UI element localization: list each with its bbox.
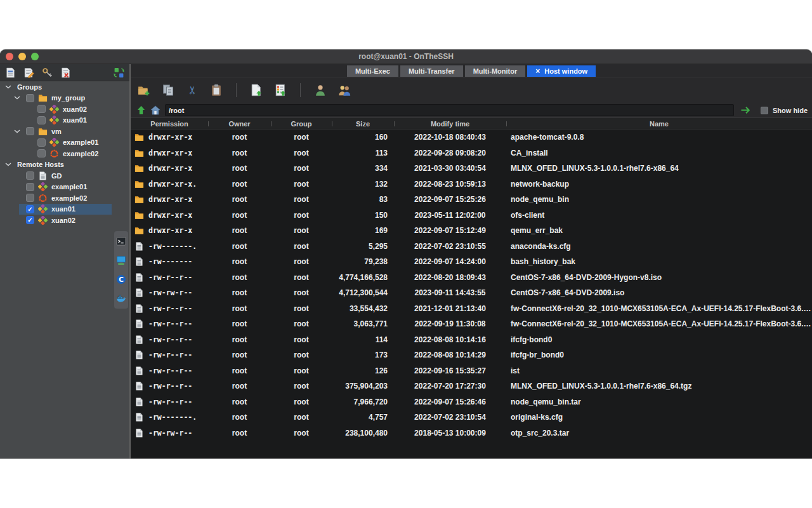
table-row[interactable]: -rw-rw-r--rootroot238,100,4802018-05-13 … (131, 425, 812, 441)
host-checkbox[interactable] (26, 171, 34, 180)
column-header-size[interactable]: Size (332, 120, 394, 128)
cell-owner: root (208, 211, 271, 220)
table-row[interactable]: drwxr-xr-x.rootroot1322022-08-23 10:59:1… (131, 177, 812, 192)
go-button[interactable] (740, 106, 751, 114)
column-header-name[interactable]: Name (506, 120, 812, 128)
table-row[interactable]: -rw-r--r--rootroot1142022-08-08 10:14:16… (131, 332, 812, 348)
chevron-down-icon[interactable] (14, 129, 22, 134)
cell-modify-time: 2022-10-18 08:40:43 (394, 133, 506, 142)
doc-delete-icon[interactable] (60, 67, 71, 78)
cell-permission: drwxr-xr-x (131, 133, 208, 142)
table-row[interactable]: drwxr-xr-xrootroot1132022-09-28 09:08:20… (131, 145, 812, 161)
close-window-button[interactable] (6, 53, 13, 60)
table-row[interactable]: drwxr-xr-xrootroot832022-09-07 15:25:26n… (131, 192, 812, 208)
chevron-down-icon[interactable] (5, 162, 13, 167)
tree-item-example02[interactable]: example02 (0, 192, 129, 204)
cell-permission: -rw-rw-r-- (131, 288, 208, 297)
table-row[interactable]: -rw-r--r--rootroot4,774,166,5282022-08-2… (131, 270, 812, 286)
upload-file-icon[interactable] (250, 84, 263, 97)
chevron-down-icon[interactable] (14, 95, 22, 100)
host-checkbox[interactable] (37, 149, 46, 157)
tree-item-groups[interactable]: Groups (0, 81, 129, 93)
table-row[interactable]: -rw-------rootroot79,2382022-09-07 14:24… (131, 254, 812, 270)
app-window: root@xuan01 - OnTheSSH Groupsmy_groupxua… (0, 50, 812, 458)
tree-item-vm[interactable]: vm (0, 126, 129, 137)
tab-multi-transfer[interactable]: Multi-Transfer (400, 65, 463, 77)
c-logo-icon[interactable]: C (116, 274, 126, 284)
doc-edit-icon[interactable] (23, 67, 34, 78)
user-icon[interactable] (314, 84, 327, 97)
cell-name: network-backup (506, 180, 812, 189)
table-row[interactable]: -rw-r--r--rootroot3,063,7712022-09-19 11… (131, 316, 812, 332)
table-row[interactable]: -rw-r--r--rootroot33,554,4322021-12-01 2… (131, 301, 812, 317)
new-folder-icon[interactable] (138, 84, 150, 97)
folder-icon (134, 180, 144, 189)
host-checkbox[interactable]: ✓ (26, 205, 34, 213)
tree-item-xuan01[interactable]: ✓xuan01 (0, 204, 129, 215)
tab-multi-monitor[interactable]: Multi-Monitor (465, 65, 526, 77)
home-directory-button[interactable] (150, 105, 160, 115)
cell-owner: root (208, 398, 271, 406)
zoom-window-button[interactable] (31, 53, 39, 60)
minimize-window-button[interactable] (18, 53, 26, 60)
tree-item-xuan02[interactable]: ✓xuan02 (0, 215, 129, 226)
host-checkbox[interactable] (26, 94, 34, 102)
terminal-icon[interactable] (116, 236, 126, 246)
chevron-down-icon[interactable] (5, 84, 13, 90)
window-title: root@xuan01 - OnTheSSH (0, 52, 812, 61)
host-checkbox[interactable] (26, 194, 34, 202)
tab-close-icon[interactable]: × (535, 68, 540, 74)
table-row[interactable]: drwxr-xr-xrootroot1602022-10-18 08:40:43… (131, 130, 812, 145)
file-icon (134, 273, 144, 282)
users-icon[interactable] (338, 84, 351, 97)
host-checkbox[interactable] (37, 105, 46, 113)
table-row[interactable]: -rw-r--r--rootroot1262022-09-16 15:35:27… (131, 363, 812, 379)
cell-permission: -rw-------. (131, 413, 208, 422)
tree-item-example01[interactable]: example01 (0, 137, 129, 149)
up-directory-button[interactable] (136, 105, 146, 115)
tree-item-xuan02[interactable]: xuan02 (0, 104, 129, 115)
tree-item-xuan01[interactable]: xuan01 (0, 115, 129, 126)
show-hide-checkbox[interactable] (761, 107, 768, 114)
column-header-group[interactable]: Group (271, 120, 332, 128)
table-row[interactable]: -rw-r--r--rootroot7,966,7202022-09-07 15… (131, 394, 812, 410)
tree-item-example01[interactable]: example01 (0, 182, 129, 193)
cell-size: 126 (332, 366, 394, 375)
copy-icon[interactable] (162, 84, 174, 97)
column-header-permission[interactable]: Permission (131, 120, 208, 128)
sync-icon[interactable] (114, 67, 124, 78)
host-checkbox[interactable] (26, 127, 34, 135)
column-header-owner[interactable]: Owner (208, 120, 271, 128)
host-checkbox[interactable]: ✓ (26, 216, 34, 224)
table-row[interactable]: drwxr-xr-xrootroot1692022-09-07 15:12:49… (131, 223, 812, 239)
table-row[interactable]: drwxr-xr-xrootroot3342021-03-30 03:40:54… (131, 161, 812, 177)
tree-item-gd[interactable]: GD (0, 170, 129, 182)
doc-new-icon[interactable] (5, 67, 16, 78)
column-header-modify-time[interactable]: Modify time (394, 120, 506, 128)
path-input[interactable] (165, 104, 734, 116)
tree-item-example02[interactable]: example02 (0, 148, 129, 159)
host-checkbox[interactable] (37, 138, 46, 147)
upload-list-icon[interactable] (274, 84, 287, 97)
table-row[interactable]: -rw-rw-r--rootroot4,712,300,5442023-09-1… (131, 285, 812, 301)
cell-modify-time: 2022-09-16 15:35:27 (394, 366, 506, 375)
paste-icon[interactable] (210, 84, 223, 97)
table-row[interactable]: -rw-------.rootroot4,7572022-07-02 23:10… (131, 410, 812, 425)
tab-multi-exec[interactable]: Multi-Exec (347, 65, 398, 77)
host-checkbox[interactable] (37, 116, 46, 124)
host-checkbox[interactable] (26, 183, 34, 191)
table-row[interactable]: -rw-r--r--rootroot375,904,2032022-07-20 … (131, 378, 812, 394)
table-row[interactable]: drwxr-xr-xrootroot1502023-05-11 12:02:00… (131, 208, 812, 224)
docker-icon[interactable] (116, 293, 126, 304)
tab-host-window[interactable]: ×Host window (527, 65, 596, 77)
tree-item-remote-hosts[interactable]: Remote Hosts (0, 159, 129, 171)
table-row[interactable]: -rw-------.rootroot5,2952022-07-02 23:10… (131, 239, 812, 255)
table-row[interactable]: -rw-r--r--rootroot1732022-08-08 10:14:29… (131, 347, 812, 363)
key-icon[interactable] (42, 67, 53, 78)
folder-icon (38, 93, 48, 102)
cut-icon[interactable]: ✂ (186, 84, 199, 97)
file-icon (134, 413, 144, 422)
tree-item-label: example02 (63, 150, 98, 157)
tree-item-my-group[interactable]: my_group (0, 93, 129, 104)
monitor-icon[interactable] (116, 255, 126, 265)
